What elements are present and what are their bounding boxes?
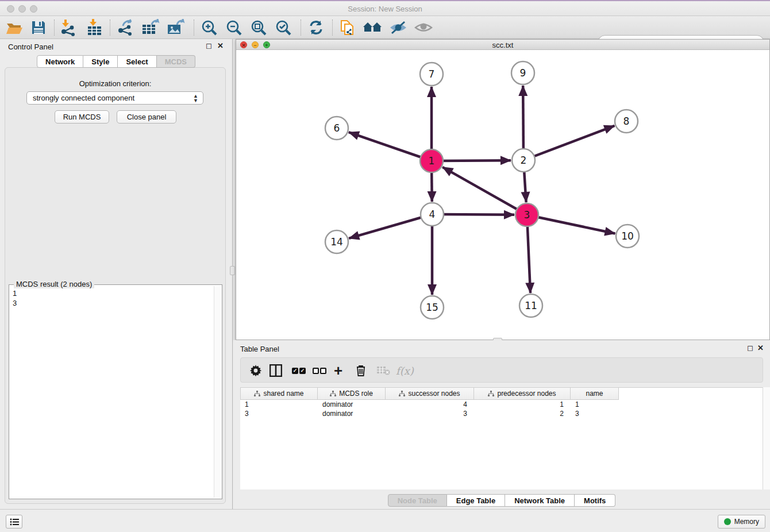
- float-panel-icon[interactable]: ◻: [206, 42, 212, 50]
- network-window-titlebar[interactable]: ✕ − + scc.txt: [236, 40, 769, 50]
- table-cell[interactable]: 3: [240, 409, 318, 418]
- mcds-scrollbar[interactable]: [214, 286, 221, 498]
- export-table-icon[interactable]: [141, 18, 160, 37]
- table-cell[interactable]: dominator: [318, 400, 386, 409]
- close-table-panel-icon[interactable]: ✕: [757, 344, 764, 352]
- node-15[interactable]: 15: [421, 296, 444, 319]
- table-body: 1dominator4113dominator323: [240, 400, 763, 418]
- node-6[interactable]: 6: [325, 117, 348, 140]
- node-9[interactable]: 9: [511, 61, 534, 84]
- tab-network[interactable]: Network: [37, 55, 83, 68]
- node-3[interactable]: 3: [515, 203, 538, 226]
- network-canvas-svg[interactable]: 1234678910111415: [236, 50, 769, 340]
- optimization-criterion-select[interactable]: strongly connected component ▲▼: [26, 91, 203, 105]
- import-network-icon[interactable]: [58, 18, 78, 37]
- table-cell[interactable]: 3: [386, 409, 474, 418]
- node-8[interactable]: 8: [615, 110, 638, 133]
- task-history-button[interactable]: [6, 515, 22, 529]
- edge-layer: [349, 86, 615, 295]
- tab-motifs[interactable]: Motifs: [575, 494, 615, 507]
- memory-button[interactable]: Memory: [718, 515, 765, 529]
- tab-mcds[interactable]: MCDS: [157, 55, 195, 68]
- refresh-icon[interactable]: [306, 18, 326, 37]
- column-header-name[interactable]: name: [571, 388, 619, 400]
- node-4[interactable]: 4: [421, 203, 444, 226]
- home-icon[interactable]: [363, 18, 382, 37]
- column-header-MCDS-role[interactable]: MCDS role: [318, 388, 386, 400]
- delete-column-icon[interactable]: [356, 362, 366, 379]
- node-11[interactable]: 11: [519, 294, 542, 317]
- table-scrollbar[interactable]: [763, 387, 770, 489]
- run-mcds-button[interactable]: Run MCDS: [55, 110, 109, 124]
- table-cell[interactable]: 4: [386, 400, 474, 409]
- close-panel-icon[interactable]: ✕: [217, 42, 224, 50]
- float-table-panel-icon[interactable]: ◻: [747, 344, 753, 352]
- edge-4-14[interactable]: [349, 214, 432, 238]
- select-all-icon[interactable]: ✓✓: [291, 362, 306, 379]
- node-14[interactable]: 14: [325, 230, 348, 253]
- import-table-icon[interactable]: [84, 18, 104, 37]
- toolbar-separator: [194, 20, 194, 36]
- split-columns-icon[interactable]: [270, 362, 282, 379]
- open-folder-icon[interactable]: [5, 18, 24, 37]
- svg-text:7: 7: [429, 68, 435, 80]
- node-1[interactable]: 1: [420, 149, 443, 172]
- toolbar-separator: [301, 20, 301, 36]
- add-column-icon[interactable]: +: [334, 362, 342, 379]
- main-toolbar: [0, 16, 770, 39]
- mcds-panel: Optimization criterion: strongly connect…: [5, 67, 226, 504]
- tab-edge-table[interactable]: Edge Table: [447, 494, 505, 507]
- table-cell[interactable]: 1: [240, 400, 318, 409]
- vertical-splitter-grip[interactable]: [230, 266, 235, 275]
- table-tabs: Node Table Edge Table Network Table Moti…: [233, 494, 770, 507]
- column-header-predecessor-nodes[interactable]: predecessor nodes: [474, 388, 571, 400]
- table-cell[interactable]: 3: [571, 409, 619, 418]
- node-7[interactable]: 7: [420, 63, 443, 86]
- new-network-icon[interactable]: [116, 18, 135, 37]
- show-eye-icon[interactable]: [414, 18, 433, 37]
- column-header-successor-nodes[interactable]: successor nodes: [386, 388, 474, 400]
- session-title: Session: New Session: [0, 5, 770, 13]
- tab-node-table[interactable]: Node Table: [388, 494, 447, 507]
- zoom-selected-icon[interactable]: [274, 18, 293, 37]
- attribute-tree-icon: [254, 391, 260, 397]
- edge-4-3[interactable]: [432, 214, 514, 215]
- node-10[interactable]: 10: [616, 225, 639, 248]
- table-cell[interactable]: 2: [474, 409, 571, 418]
- column-header-shared-name[interactable]: shared name: [240, 388, 318, 400]
- tab-select[interactable]: Select: [118, 55, 156, 68]
- node-2[interactable]: 2: [512, 149, 535, 172]
- fx-label: f(x): [396, 365, 414, 377]
- memory-status-icon: [724, 518, 731, 525]
- settings-gear-icon[interactable]: [250, 362, 261, 379]
- table-panel: Table Panel ◻ ✕ ✓✓ + f(x) shared nameMCD…: [233, 340, 770, 509]
- deselect-all-icon[interactable]: [312, 362, 327, 379]
- clone-network-icon[interactable]: [338, 18, 357, 37]
- zoom-fit-icon[interactable]: [249, 18, 268, 37]
- table-cell[interactable]: 1: [474, 400, 571, 409]
- tab-network-table[interactable]: Network Table: [505, 494, 575, 507]
- node-table[interactable]: shared nameMCDS rolesuccessor nodesprede…: [240, 387, 763, 489]
- tab-style[interactable]: Style: [83, 55, 118, 68]
- edge-3-10[interactable]: [527, 215, 615, 233]
- close-panel-button[interactable]: Close panel: [117, 110, 176, 124]
- table-row[interactable]: 1dominator411: [240, 400, 763, 409]
- export-image-icon[interactable]: [166, 18, 186, 37]
- function-builder-icon[interactable]: f(x): [396, 362, 414, 379]
- delete-table-icon[interactable]: [376, 362, 390, 379]
- memory-label: Memory: [734, 518, 759, 526]
- edge-1-6[interactable]: [349, 132, 432, 161]
- edge-3-1[interactable]: [442, 167, 527, 215]
- save-icon[interactable]: [29, 18, 48, 37]
- zoom-out-icon[interactable]: [224, 18, 244, 37]
- table-cell[interactable]: dominator: [318, 409, 386, 418]
- attribute-tree-icon: [330, 391, 336, 397]
- app-titlebar: Session: New Session: [0, 0, 770, 16]
- select-stepper-icon: ▲▼: [193, 94, 198, 103]
- zoom-in-icon[interactable]: [199, 18, 219, 37]
- table-row[interactable]: 3dominator323: [240, 409, 763, 418]
- edge-2-8[interactable]: [523, 126, 614, 160]
- table-cell[interactable]: 1: [571, 400, 619, 409]
- hide-eye-icon[interactable]: [388, 18, 408, 37]
- network-view-window: ✕ − + scc.txt 1234678910111415: [236, 39, 770, 340]
